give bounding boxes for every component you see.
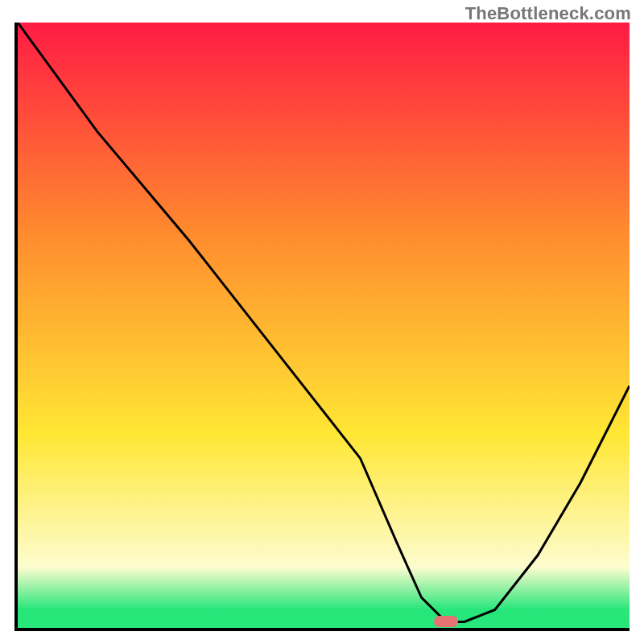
gradient-background: [18, 23, 630, 628]
watermark-text: TheBottleneck.com: [465, 3, 631, 24]
plot-area: [14, 23, 630, 631]
optimal-marker: [434, 616, 458, 627]
chart-svg: [18, 23, 630, 628]
chart-container: TheBottleneck.com: [0, 0, 644, 644]
